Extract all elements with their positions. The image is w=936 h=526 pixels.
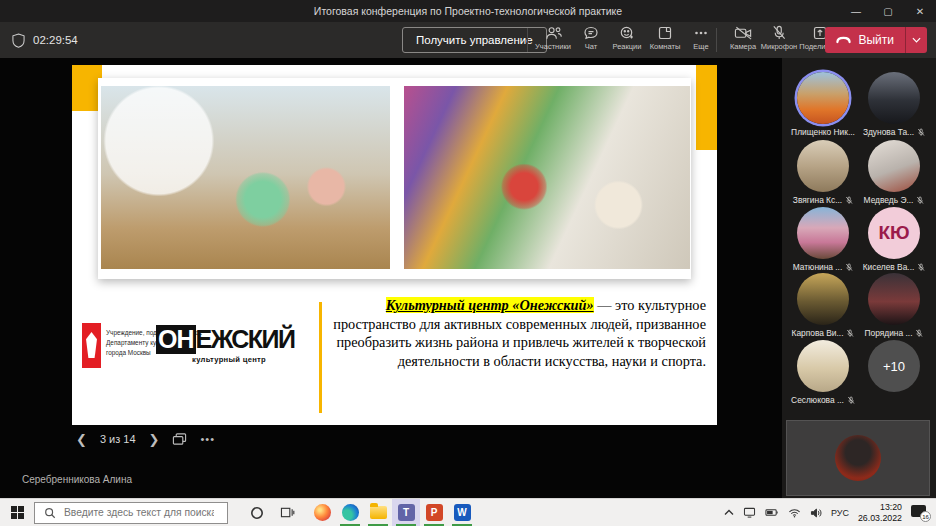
notification-badge: 16 (920, 511, 931, 522)
mic-off-icon (846, 329, 854, 338)
search-icon (44, 507, 56, 519)
self-view-video[interactable] (786, 420, 930, 496)
participant-tile[interactable]: Матюнина ... (788, 207, 858, 272)
take-control-label: Получить управление (416, 34, 533, 46)
participants-overflow-tile[interactable]: +10 (859, 340, 929, 392)
task-view-button[interactable] (272, 499, 302, 526)
task-view-icon (280, 506, 295, 519)
onezhsky-logo-subtitle: культурный центр (156, 355, 266, 364)
hangup-icon (836, 36, 851, 44)
toolbar-separator (716, 28, 717, 52)
taskbar-apps: T P W (308, 499, 476, 526)
participant-tile[interactable]: Плищенко Ник... (788, 72, 858, 137)
meeting-title: Итоговая конференция по Проектно-техноло… (314, 5, 622, 17)
language-indicator[interactable]: РУС (831, 508, 849, 518)
powerpoint-icon: P (426, 504, 443, 521)
participant-tile[interactable]: Сеслюкова ... (788, 340, 858, 405)
timer-value: 02:29:54 (33, 34, 78, 46)
camera-label: Камера (730, 42, 756, 51)
search-input[interactable] (64, 507, 214, 518)
taskbar-app-edge[interactable] (336, 499, 364, 526)
participant-avatar (797, 72, 849, 124)
close-button[interactable]: ✕ (904, 0, 936, 22)
action-center-button[interactable]: 16 (911, 505, 929, 520)
more-label: Еще (693, 42, 708, 51)
participant-avatar (797, 273, 849, 325)
participant-name: Матюнина ... (793, 262, 843, 272)
slide-navigation: ❮ 3 из 14 ❯ ••• (76, 432, 215, 446)
chat-label: Чат (585, 42, 597, 51)
tray-expand-icon[interactable] (724, 509, 734, 516)
cortana-button[interactable] (242, 499, 272, 526)
participant-name: Киселев Ва... (863, 262, 915, 272)
participant-name: Медведь Э... (864, 195, 914, 205)
participant-tile[interactable]: Порядина ... (859, 273, 929, 338)
wifi-icon[interactable] (788, 508, 801, 518)
participant-initials: КЮ (878, 222, 909, 244)
participant-tile[interactable]: Здунова Та... (859, 72, 929, 137)
participant-tile[interactable]: Медведь Э... (859, 140, 929, 205)
participant-avatar: КЮ (868, 207, 920, 259)
rooms-label: Комнаты (650, 42, 681, 51)
participant-name: Звягина Кс... (793, 195, 842, 205)
participant-avatar (797, 207, 849, 259)
taskbar-app-explorer[interactable] (364, 499, 392, 526)
slide-position: 3 из 14 (100, 433, 136, 445)
slide-highlighted-phrase: Культурный центр «Онежский» (386, 297, 594, 313)
mic-off-icon (845, 263, 853, 272)
participant-name: Карпова Ви... (792, 328, 844, 338)
slide-grid-icon[interactable] (172, 432, 187, 446)
leave-button[interactable]: Выйти (825, 27, 927, 53)
taskbar-search[interactable] (34, 502, 228, 524)
chevron-down-icon (912, 37, 921, 43)
previous-slide-button[interactable]: ❮ (76, 433, 87, 446)
taskbar-app-powerpoint[interactable]: P (420, 499, 448, 526)
slide-divider (319, 302, 322, 413)
meeting-toolbar: 02:29:54 Получить управление Участники Ч… (0, 22, 936, 58)
screen-share-stage: Учреждение, подведомственное Департамент… (0, 58, 782, 498)
camera-off-icon (734, 25, 753, 41)
taskbar-clock[interactable]: 13:20 26.03.2022 (858, 502, 902, 524)
mic-off-icon (845, 196, 853, 205)
participant-tile[interactable]: Звягина Кс... (788, 140, 858, 205)
volume-icon[interactable] (810, 508, 822, 518)
participant-avatar (868, 140, 920, 192)
reactions-label: Реакции (613, 42, 642, 51)
participant-tile[interactable]: КЮ Киселев Ва... (859, 207, 929, 272)
participant-avatar (868, 72, 920, 124)
people-icon (545, 25, 562, 41)
next-slide-button[interactable]: ❯ (149, 433, 160, 446)
taskbar-app-word[interactable]: W (448, 499, 476, 526)
slide-paragraph: Культурный центр «Онежский» — это культу… (332, 296, 706, 370)
mic-off-icon (915, 329, 923, 338)
rooms-icon (657, 25, 673, 41)
window-titlebar: Итоговая конференция по Проектно-техноло… (0, 0, 936, 22)
shield-icon (12, 33, 25, 48)
navigation-more-button[interactable]: ••• (200, 433, 215, 445)
participant-name: Порядина ... (865, 328, 913, 338)
taskbar-app-teams[interactable]: T (392, 499, 420, 526)
start-button[interactable] (0, 499, 34, 526)
participant-avatar (868, 273, 920, 325)
chat-icon (583, 25, 599, 41)
more-icon (693, 25, 709, 41)
maximize-button[interactable]: ▢ (872, 0, 904, 22)
clock-time: 13:20 (858, 502, 902, 513)
microphone-button[interactable]: Микрофон (757, 25, 801, 51)
mic-off-icon (917, 128, 925, 137)
take-control-button[interactable]: Получить управление (402, 27, 547, 53)
leave-options-caret[interactable] (906, 37, 927, 43)
participant-tile[interactable]: Карпова Ви... (788, 273, 858, 338)
mic-off-icon (847, 396, 855, 405)
taskbar-app-firefox[interactable] (308, 499, 336, 526)
minimize-button[interactable]: — (840, 0, 872, 22)
slide-photo-left (101, 86, 390, 269)
participant-name: Здунова Та... (863, 127, 914, 137)
display-icon[interactable] (743, 507, 756, 518)
windows-logo-icon (11, 506, 24, 519)
battery-icon[interactable] (765, 508, 779, 517)
meeting-timer: 02:29:54 (12, 22, 78, 58)
participant-name: Плищенко Ник... (791, 127, 855, 137)
teams-meeting-window: Итоговая конференция по Проектно-техноло… (0, 0, 936, 526)
mic-off-icon (916, 196, 924, 205)
